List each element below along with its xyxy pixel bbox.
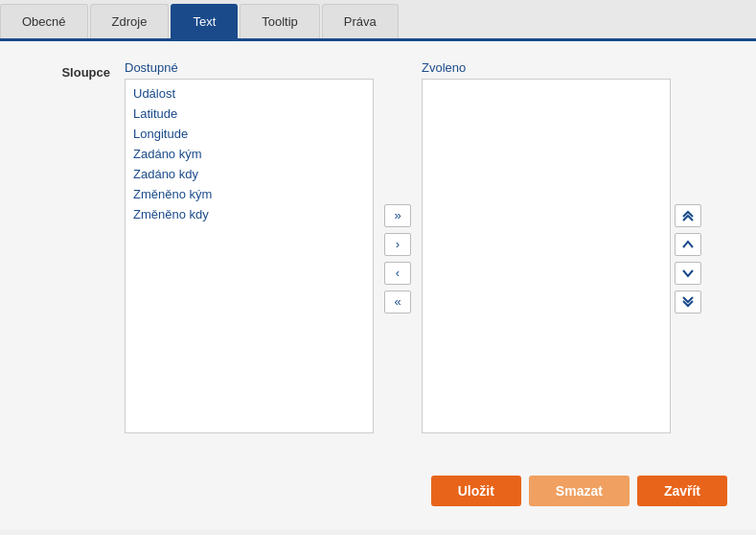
transfer-buttons: » › ‹ «	[374, 60, 422, 433]
move-top-icon	[681, 209, 695, 222]
move-to-bottom-button[interactable]	[675, 291, 701, 314]
tab-zdroje[interactable]: Zdroje	[90, 4, 170, 38]
move-down-icon	[681, 267, 695, 280]
footer: Uložit Smazat Zavřít	[29, 460, 727, 510]
move-up-button[interactable]	[675, 233, 701, 256]
move-left-button[interactable]: ‹	[384, 262, 411, 285]
available-section: Dostupné UdálostLatitudeLongitudeZadáno …	[125, 60, 374, 433]
selected-section-wrapper: Zvoleno	[422, 60, 705, 433]
list-item[interactable]: Změněno kdy	[126, 204, 373, 224]
list-item[interactable]: Událost	[126, 83, 373, 104]
move-to-top-button[interactable]	[675, 204, 701, 227]
tab-bar: Obecné Zdroje Text Tooltip Práva	[0, 0, 756, 41]
tab-text[interactable]: Text	[171, 4, 238, 38]
selected-label: Zvoleno	[422, 60, 671, 75]
list-item[interactable]: Zadáno kým	[126, 144, 373, 164]
content-area: Sloupce Dostupné UdálostLatitudeLongitud…	[0, 41, 756, 529]
tab-prava[interactable]: Práva	[322, 4, 399, 38]
delete-button[interactable]: Smazat	[529, 476, 630, 506]
move-bottom-icon	[681, 295, 695, 309]
move-up-icon	[681, 238, 695, 251]
list-item[interactable]: Longitude	[126, 124, 373, 144]
move-down-button[interactable]	[675, 262, 701, 285]
columns-area: Dostupné UdálostLatitudeLongitudeZadáno …	[125, 60, 727, 433]
selected-section: Zvoleno	[422, 60, 671, 433]
sloupce-label: Sloupce	[29, 60, 125, 80]
move-right-button[interactable]: ›	[384, 233, 411, 256]
tab-obecne[interactable]: Obecné	[0, 4, 88, 38]
list-item[interactable]: Latitude	[126, 104, 373, 124]
available-label: Dostupné	[125, 60, 374, 75]
move-all-right-button[interactable]: »	[384, 204, 411, 227]
tab-tooltip[interactable]: Tooltip	[240, 4, 320, 38]
move-all-left-button[interactable]: «	[384, 291, 411, 314]
close-button[interactable]: Zavřít	[637, 476, 727, 506]
list-item[interactable]: Zadáno kdy	[126, 164, 373, 184]
save-button[interactable]: Uložit	[431, 476, 521, 506]
available-list[interactable]: UdálostLatitudeLongitudeZadáno kýmZadáno…	[125, 79, 374, 433]
sloupce-row: Sloupce Dostupné UdálostLatitudeLongitud…	[29, 60, 727, 460]
list-item[interactable]: Změněno kým	[126, 184, 373, 204]
selected-list[interactable]	[422, 79, 671, 433]
order-buttons	[671, 60, 705, 433]
